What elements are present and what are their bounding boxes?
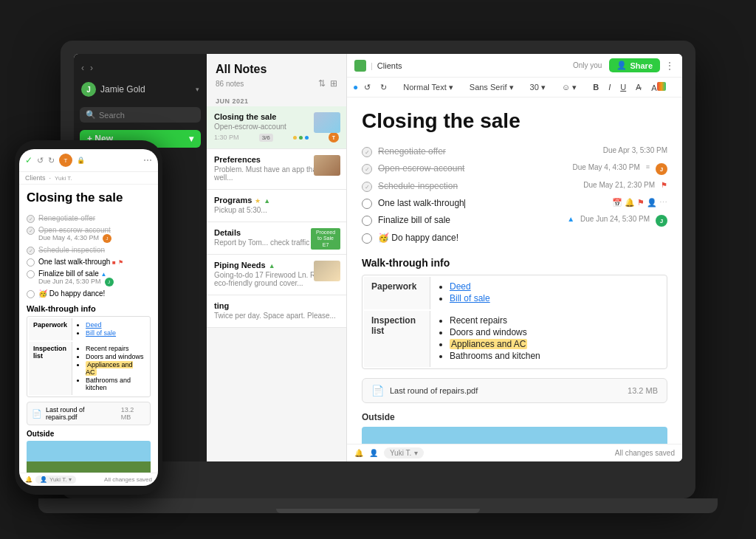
phone-task-6: 🥳 Do happy dance! (27, 288, 151, 300)
table-row-inspection: Inspection list Recent repairs Doors and… (364, 311, 665, 367)
note-item-programs[interactable]: Programs ★ ▲ Pickup at 5:30... (207, 190, 346, 222)
task-due-1: Due Apr 3, 5:30 PM (603, 146, 667, 154)
inspection-item-2: Doors and windows (450, 327, 658, 337)
phone-task-1: Renegotiate-offer (27, 213, 151, 224)
outside-label: Outside (362, 412, 667, 422)
toolbar-emoji-button[interactable]: ☺ ▾ (558, 81, 580, 94)
toolbar-italic-button[interactable]: I (605, 81, 614, 93)
toolbar-bold-button[interactable]: B (589, 81, 602, 93)
note-item-preferences[interactable]: Preferences Problem. Must have an app th… (207, 149, 346, 190)
task-text-5: Finalize bill of sale (378, 215, 561, 225)
task-bell-icon[interactable]: 🔔 (625, 198, 635, 207)
toolbar-strikethrough-button[interactable]: A̶ (632, 81, 645, 94)
phone-table-content-inspection: Recent repairs Doors and windows Applian… (74, 342, 148, 395)
task-text-4: One last walk-through (378, 198, 606, 208)
phone-pdf-attachment[interactable]: 📄 Last round of repairs.pdf 13.2 MB (27, 402, 151, 425)
notes-meta-row: 86 notes ⇅ ⊞ (216, 78, 337, 89)
editor-topbar: | Clients Only you 👤 Share ⋮ (347, 54, 682, 78)
notes-toolbar-icons: ⇅ ⊞ (318, 78, 337, 89)
toolbar-size-dropdown[interactable]: 30 ▾ (526, 81, 549, 94)
task-checkbox-5[interactable] (362, 216, 372, 226)
toolbar-redo-button[interactable]: ↻ (377, 81, 391, 94)
sidebar-user-avatar: J (81, 82, 96, 97)
note-item-ting[interactable]: ting Twice per day. Space apart. Please.… (207, 295, 346, 328)
phone-task-check-6[interactable] (27, 290, 35, 298)
editor-topbar-left: | Clients (354, 60, 568, 72)
more-options-button[interactable]: ⋮ (664, 60, 675, 72)
toolbar-bullet-list-button[interactable]: ☰ (678, 81, 682, 94)
sort-filter-icon[interactable]: ⇅ (318, 78, 326, 89)
phone-notebook-label: Clients · Yuki T. (19, 172, 158, 185)
task-checkbox-2[interactable] (362, 164, 372, 174)
share-button[interactable]: 👤 Share (609, 58, 660, 72)
statusbar-bell-icon[interactable]: 🔔 (354, 449, 363, 457)
pdf-attachment[interactable]: 📄 Last round of repairs.pdf 13.2 MB (362, 378, 667, 403)
phone-task-check-4[interactable] (27, 258, 35, 267)
back-arrow-button[interactable]: ‹ (81, 63, 84, 73)
forward-arrow-button[interactable]: › (90, 63, 93, 73)
phone-task-due-2: Due May 4, 4:30 PM J (38, 234, 151, 243)
sidebar-search-bar[interactable]: 🔍 Search (80, 107, 201, 123)
phone-more-button[interactable]: ⋯ (143, 155, 152, 165)
statusbar-person-icon[interactable]: 👤 (369, 449, 378, 457)
note-subtitle-3: Pickup at 5:30... (214, 206, 339, 214)
phone-deed-link[interactable]: Deed (86, 321, 102, 329)
phone-task-check-1[interactable] (27, 215, 35, 223)
phone-task-text-6: 🥳 Do happy dance! (38, 289, 151, 298)
new-note-chevron: ▾ (189, 134, 193, 144)
task-flag-icon[interactable]: ⚑ (637, 198, 645, 207)
sidebar-user-menu[interactable]: J Jamie Gold ▾ (74, 79, 207, 100)
main-editor: | Clients Only you 👤 Share ⋮ ● ↺ ↻ Norma… (347, 54, 682, 461)
phone-bill-link[interactable]: Bill of sale (86, 329, 116, 337)
table-content-paperwork: Deed Bill of sale (432, 277, 665, 309)
dot-green-1 (299, 136, 303, 140)
task-more-icon[interactable]: ⋯ (659, 198, 667, 207)
task-due-2: Due May 4, 4:30 PM (573, 163, 640, 171)
toolbar-color-button[interactable]: A (647, 80, 669, 94)
inspection-item-3: Appliances and AC (450, 339, 658, 349)
search-placeholder-text: Search (99, 111, 125, 120)
toolbar-underline-button[interactable]: U (616, 81, 630, 93)
task-checkbox-4[interactable] (362, 199, 372, 209)
task-item-4: One last walk-through 📅 🔔 ⚑ 👤 ⋯ (362, 195, 667, 212)
phone-task-text-3: Schedule-inspection (38, 246, 151, 254)
phone-task-check-3[interactable] (27, 247, 35, 255)
note-item-closing-sale[interactable]: Closing the sale Open-escrow-account 1:3… (207, 106, 346, 149)
table-row-paperwork: Paperwork Deed Bill of sale (364, 277, 665, 309)
phone-undo-button[interactable]: ↺ (37, 156, 44, 165)
table-content-inspection: Recent repairs Doors and windows Applian… (432, 311, 665, 367)
statusbar-user-button[interactable]: Yuki T. ▾ (384, 447, 424, 459)
toolbar-undo-button[interactable]: ↺ (360, 81, 374, 94)
toolbar-sync-button[interactable]: ● (353, 82, 358, 92)
phone-redo-button[interactable]: ↻ (48, 156, 55, 165)
task-calendar-icon[interactable]: 📅 (612, 198, 622, 207)
phone-task-check-5[interactable] (27, 270, 35, 278)
note-pin-icon-5: ▲ (269, 262, 275, 270)
note-title-3: Programs (214, 196, 252, 205)
task-assign-icon[interactable]: 👤 (647, 198, 657, 207)
phone-info-table: Paperwork Deed Bill of sale Inspection l… (27, 316, 151, 397)
phone-task-check-2[interactable] (27, 227, 35, 235)
phone-topbar: ✓ ↺ ↻ T 🔒 ⋯ (19, 149, 158, 172)
phone-table-content-paperwork: Deed Bill of sale (74, 318, 148, 340)
phone-user-avatar: T (59, 154, 72, 167)
info-table: Paperwork Deed Bill of sale Inspection l… (362, 275, 667, 369)
task-item-2: Open-escrow-account Due May 4, 4:30 PM ≡… (362, 160, 667, 178)
deed-link[interactable]: Deed (450, 281, 471, 292)
note-item-piping[interactable]: Piping Needs ▲ Going-to-do 17 Firewood L… (207, 255, 346, 295)
inspection-item-1: Recent repairs (450, 315, 658, 326)
toolbar-normal-text-dropdown[interactable]: Normal Text ▾ (399, 81, 457, 94)
share-user-icon: 👤 (616, 61, 627, 70)
evernote-icon (354, 60, 366, 72)
topbar-notebook-name: Clients (377, 61, 402, 70)
note-thumbnail-2 (314, 155, 340, 176)
inspection-item-4: Bathrooms and kitchen (450, 351, 658, 361)
bill-of-sale-link[interactable]: Bill of sale (450, 293, 490, 303)
task-checkbox-3[interactable] (362, 182, 372, 192)
task-checkbox-1[interactable] (362, 147, 372, 157)
editor-content-area[interactable]: Closing the sale Renegotiate offer Due A… (347, 97, 682, 444)
note-item-details[interactable]: Details Report by Tom... check traffic n… (207, 222, 346, 255)
toolbar-font-dropdown[interactable]: Sans Serif ▾ (466, 81, 518, 94)
task-checkbox-6[interactable] (362, 233, 372, 244)
grid-view-icon[interactable]: ⊞ (330, 78, 337, 89)
